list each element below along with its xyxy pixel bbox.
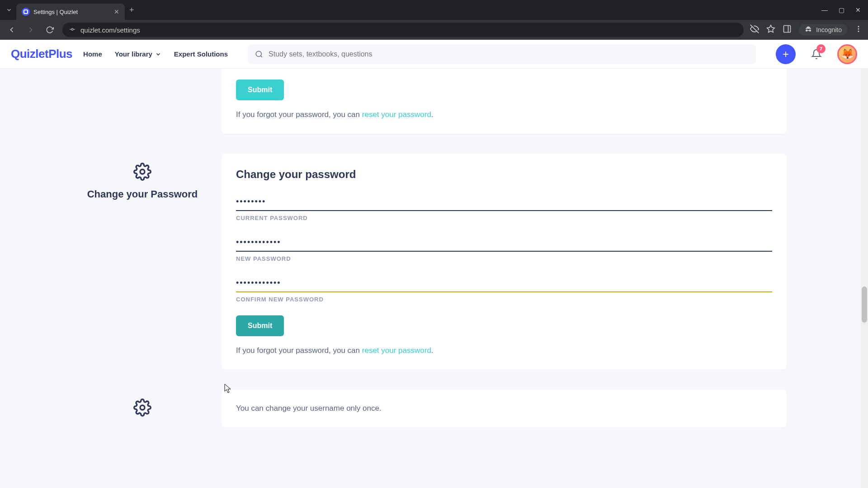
- submit-password-button[interactable]: Submit: [236, 315, 284, 336]
- incognito-badge[interactable]: Incognito: [799, 24, 847, 36]
- current-password-label: CURRENT PASSWORD: [236, 215, 772, 221]
- create-button[interactable]: +: [776, 44, 796, 64]
- window-controls: — ▢ ✕: [821, 6, 864, 14]
- section-sidebar-label: Change your Password: [81, 154, 203, 201]
- svg-marker-4: [767, 25, 775, 33]
- bookmark-star-icon[interactable]: [766, 24, 775, 35]
- close-tab-icon[interactable]: ✕: [114, 8, 119, 15]
- submit-button[interactable]: Submit: [236, 80, 284, 100]
- forgot-password-text: If you forgot your password, you can res…: [236, 110, 772, 119]
- side-panel-icon[interactable]: [783, 24, 792, 35]
- forward-button[interactable]: [24, 23, 37, 36]
- previous-section-card: Submit If you forgot your password, you …: [222, 69, 787, 134]
- scrollbar[interactable]: [861, 40, 868, 488]
- quizlet-favicon: [22, 8, 30, 16]
- back-button[interactable]: [5, 23, 18, 36]
- change-password-card: Change your password CURRENT PASSWORD NE…: [222, 154, 787, 370]
- address-bar[interactable]: quizlet.com/settings: [62, 23, 744, 37]
- confirm-password-input[interactable]: [236, 275, 772, 292]
- svg-point-9: [858, 31, 859, 32]
- current-password-input[interactable]: [236, 193, 772, 211]
- scrollbar-thumb[interactable]: [862, 286, 867, 323]
- reset-password-link[interactable]: reset your password: [362, 346, 431, 355]
- svg-point-13: [140, 405, 145, 410]
- nav-library[interactable]: Your library: [115, 50, 161, 58]
- chrome-menu-icon[interactable]: [854, 25, 863, 35]
- change-password-section: Change your Password Change your passwor…: [81, 154, 787, 370]
- maximize-button[interactable]: ▢: [839, 6, 844, 14]
- tab-search-dropdown[interactable]: [4, 5, 14, 15]
- forgot-password-text: If you forgot your password, you can res…: [236, 346, 772, 355]
- url-text: quizlet.com/settings: [80, 26, 140, 34]
- section-title-sidebar: Change your Password: [81, 188, 203, 201]
- page-viewport: QuizletPlus Home Your library Expert Sol…: [0, 40, 868, 488]
- nav-expert-solutions[interactable]: Expert Solutions: [174, 50, 228, 58]
- svg-point-7: [858, 26, 859, 27]
- svg-point-12: [140, 169, 145, 174]
- close-window-button[interactable]: ✕: [855, 6, 861, 14]
- new-password-input[interactable]: [236, 234, 772, 252]
- change-username-section: You can change your username only once.: [81, 389, 787, 427]
- notifications-button[interactable]: 7: [807, 44, 826, 64]
- site-header: QuizletPlus Home Your library Expert Sol…: [0, 40, 868, 69]
- search-input[interactable]: [269, 50, 749, 58]
- eye-off-icon[interactable]: [750, 24, 759, 35]
- change-username-card: You can change your username only once.: [222, 389, 787, 427]
- svg-rect-5: [784, 26, 791, 33]
- browser-toolbar: quizlet.com/settings Incognito: [0, 20, 868, 40]
- quizlet-logo[interactable]: QuizletPlus: [11, 47, 72, 61]
- browser-tab[interactable]: Settings | Quizlet ✕: [16, 4, 125, 20]
- card-title: Change your password: [236, 168, 772, 181]
- svg-line-11: [261, 56, 262, 57]
- new-tab-button[interactable]: +: [129, 5, 134, 15]
- new-password-label: NEW PASSWORD: [236, 255, 772, 262]
- section-sidebar-label: [81, 389, 203, 424]
- reload-button[interactable]: [43, 23, 56, 36]
- site-info-icon[interactable]: [69, 26, 76, 34]
- nav-home[interactable]: Home: [83, 50, 102, 58]
- search-bar[interactable]: [248, 44, 756, 64]
- confirm-password-label: CONFIRM NEW PASSWORD: [236, 296, 772, 303]
- notification-badge: 7: [816, 44, 826, 53]
- svg-point-0: [71, 28, 73, 30]
- gear-icon: [81, 163, 203, 181]
- minimize-button[interactable]: —: [821, 6, 828, 14]
- browser-tab-strip: Settings | Quizlet ✕ + — ▢ ✕: [0, 0, 868, 20]
- reset-password-link[interactable]: reset your password: [362, 110, 431, 119]
- svg-point-8: [858, 28, 859, 30]
- svg-point-10: [256, 51, 261, 56]
- username-hint: You can change your username only once.: [236, 404, 772, 413]
- user-avatar[interactable]: 🦊: [837, 44, 857, 64]
- search-icon: [255, 50, 263, 58]
- gear-icon: [81, 399, 203, 417]
- chevron-down-icon: [155, 51, 161, 57]
- tab-title: Settings | Quizlet: [33, 9, 110, 15]
